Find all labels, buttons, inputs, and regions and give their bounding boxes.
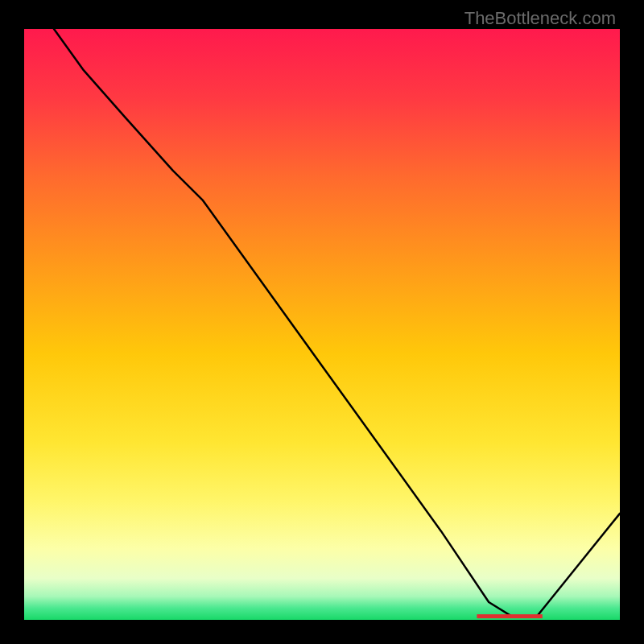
chart-svg <box>24 29 620 620</box>
attribution-text: TheBottleneck.com <box>464 8 616 29</box>
chart-container <box>24 29 620 620</box>
chart-background <box>24 29 620 620</box>
chart-marker <box>477 614 542 618</box>
